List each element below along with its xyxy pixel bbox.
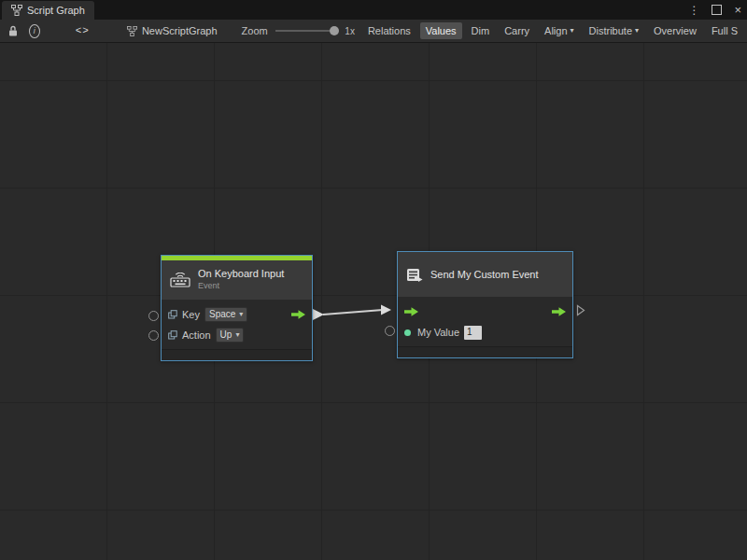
node-on-keyboard-input[interactable]: On Keyboard Input Event Key Space ▾ <box>161 255 313 361</box>
flow-input-arrow-icon[interactable] <box>404 307 418 316</box>
chevron-down-icon: ▾ <box>571 27 574 35</box>
node-body: My Value 1 <box>398 297 572 346</box>
tab-script-graph[interactable]: Script Graph <box>2 1 94 20</box>
port-label-key: Key <box>182 309 200 320</box>
value-port-circle-my-value[interactable] <box>385 326 395 336</box>
dim-button[interactable]: Dim <box>466 22 496 39</box>
zoom-slider[interactable] <box>275 30 337 32</box>
value-port-circle-key[interactable] <box>148 311 159 321</box>
port-label-action: Action <box>182 329 211 341</box>
port-label-my-value: My Value <box>417 327 459 338</box>
node-footer <box>162 349 312 360</box>
node-title: On Keyboard Input <box>198 268 284 280</box>
flow-output-arrow-icon[interactable] <box>291 310 305 319</box>
graph-asset-name: NewScriptGraph <box>142 25 218 36</box>
graph-asset[interactable]: NewScriptGraph <box>127 25 218 36</box>
window-controls: ⋮ × <box>688 2 741 18</box>
connections-layer <box>0 43 747 560</box>
custom-event-icon <box>406 268 423 282</box>
key-dropdown[interactable]: Space ▾ <box>204 307 247 322</box>
node-header[interactable]: Send My Custom Event <box>398 252 572 297</box>
object-port-icon <box>168 330 177 340</box>
node-subtitle: Event <box>198 280 284 292</box>
port-row-my-value: My Value 1 <box>398 322 572 343</box>
values-button[interactable]: Values <box>420 22 462 39</box>
zoom-slider-handle[interactable] <box>330 26 339 35</box>
window-tab-bar: Script Graph ⋮ × <box>0 0 747 20</box>
fullscreen-button[interactable]: Full S <box>706 22 743 39</box>
node-body: Key Space ▾ <box>162 300 312 349</box>
graph-asset-icon <box>127 26 137 36</box>
value-port-circle-action[interactable] <box>148 330 159 341</box>
node-footer <box>398 346 572 357</box>
distribute-dropdown[interactable]: Distribute▾ <box>584 22 644 39</box>
graph-canvas[interactable]: On Keyboard Input Event Key Space ▾ <box>0 43 747 560</box>
code-view-icon[interactable]: <> <box>76 25 90 36</box>
object-port-icon <box>168 310 177 319</box>
node-header[interactable]: On Keyboard Input Event <box>162 260 312 300</box>
zoom-value: 1x <box>345 26 355 36</box>
connection-arrow-start <box>313 309 324 320</box>
lock-icon[interactable] <box>7 25 19 37</box>
toolbar-buttons: Relations Values Dim Carry Align▾ Distri… <box>362 22 743 39</box>
overview-button[interactable]: Overview <box>648 22 702 39</box>
relations-button[interactable]: Relations <box>362 22 416 39</box>
chevron-down-icon: ▾ <box>635 27 639 35</box>
kebab-menu-icon[interactable]: ⋮ <box>688 5 699 16</box>
connection-line[interactable] <box>323 310 383 315</box>
script-graph-icon <box>11 5 22 16</box>
chevron-down-icon: ▾ <box>235 331 239 339</box>
align-dropdown[interactable]: Align▾ <box>539 22 579 39</box>
node-title: Send My Custom Event <box>430 269 539 280</box>
carry-button[interactable]: Carry <box>499 22 535 39</box>
action-dropdown[interactable]: Up ▾ <box>216 328 245 343</box>
port-row-flow <box>398 301 572 322</box>
keyboard-icon <box>170 273 190 287</box>
flow-output-arrow-icon[interactable] <box>552 307 566 316</box>
tab-title: Script Graph <box>27 5 85 16</box>
close-icon[interactable]: × <box>734 4 741 16</box>
maximize-icon[interactable] <box>712 5 722 15</box>
value-port-dot-icon[interactable] <box>404 329 411 336</box>
flow-output-stub-icon[interactable] <box>576 304 585 316</box>
port-row-key: Key Space ▾ <box>162 304 312 325</box>
zoom-label: Zoom <box>242 25 268 36</box>
chevron-down-icon: ▾ <box>239 311 243 318</box>
info-icon[interactable]: i <box>29 24 40 38</box>
my-value-input[interactable]: 1 <box>464 326 482 340</box>
port-row-action: Action Up ▾ <box>162 325 312 345</box>
node-send-my-custom-event[interactable]: Send My Custom Event My Value <box>397 251 573 358</box>
graph-toolbar: i <> NewScriptGraph Zoom 1x Relations Va… <box>0 20 747 43</box>
